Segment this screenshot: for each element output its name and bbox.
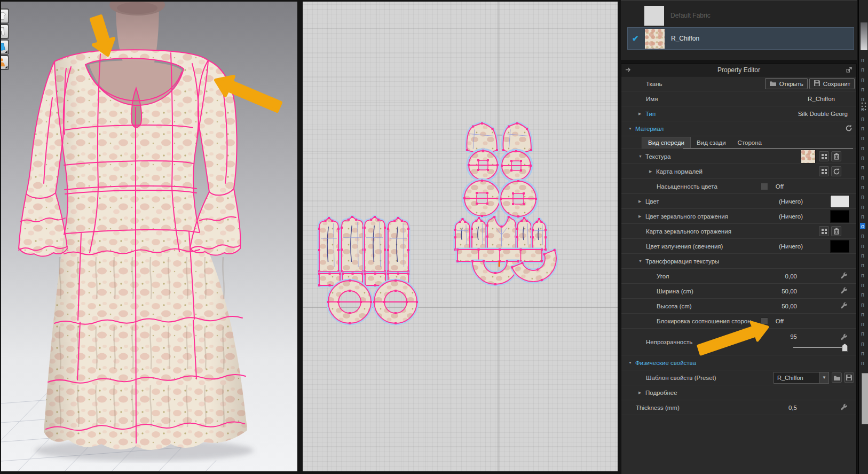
toolbar-button-tshirt-white-icon[interactable] <box>1 9 9 23</box>
collapse-arrow-icon[interactable]: ▼ <box>638 259 645 263</box>
open-button[interactable]: Открыть <box>765 78 808 89</box>
prop-value[interactable]: 50,00 <box>782 288 797 294</box>
toolbar-button-garment-white-icon[interactable] <box>1 25 9 38</box>
tab-side[interactable]: Сторона <box>732 137 768 148</box>
collapse-arrow-icon[interactable]: ▼ <box>628 361 635 364</box>
wrench-icon[interactable] <box>840 272 848 282</box>
fabric-item-default-fabric[interactable]: Default Fabric <box>627 5 854 26</box>
prop-row-type[interactable]: ▶ТипSilk Double Georg <box>621 106 856 121</box>
checkbox[interactable] <box>761 317 768 325</box>
prop-row-preset[interactable]: Шаблон свойств (Preset)R_Chiffon▼ <box>621 370 856 385</box>
trash-icon[interactable] <box>831 151 841 161</box>
prop-row-fabric[interactable]: ТканьОткрытьСохранит <box>621 76 856 91</box>
pattern-piece-band[interactable] <box>456 248 543 262</box>
checkbox[interactable] <box>761 183 768 190</box>
prop-row-texture[interactable]: ▼Текстура <box>621 149 856 164</box>
pattern-piece-bodiceTall[interactable] <box>387 217 409 273</box>
refresh-icon[interactable] <box>831 166 841 176</box>
pattern-piece-bodiceTall[interactable] <box>341 216 364 273</box>
slider-handle[interactable] <box>842 344 848 352</box>
pattern-piece-bodiceWide[interactable] <box>486 216 517 251</box>
prop-row-specular-map[interactable]: Карта зеркального отражения <box>621 224 856 239</box>
prop-row-height[interactable]: Высота (cm)50,00 <box>621 299 856 314</box>
save-button[interactable]: Сохранит <box>809 78 855 89</box>
prop-row-view-tabs[interactable]: Вид спередиВид сзадиСторона <box>621 136 856 149</box>
folder-icon[interactable] <box>832 372 842 383</box>
clipped-side-window[interactable]: пппппппппппппппппопппппппппппппп <box>858 0 868 474</box>
prop-row-saturation[interactable]: Насыщенность цветаOff <box>621 179 856 194</box>
pattern-piece-bodice[interactable] <box>471 217 487 251</box>
prop-value[interactable]: 0,00 <box>785 273 797 279</box>
color-swatch[interactable] <box>830 210 849 223</box>
prop-row-physical[interactable]: ▼Физические свойства <box>621 355 856 370</box>
pattern-piece-circle[interactable] <box>500 180 537 217</box>
expand-arrow-icon[interactable]: ▶ <box>638 214 645 219</box>
prop-row-color[interactable]: ▶Цвет(Ничего) <box>621 194 856 209</box>
pattern-pieces-layer[interactable] <box>318 122 565 324</box>
tab-front[interactable]: Вид спереди <box>642 137 691 149</box>
tex-thumbnail[interactable] <box>801 150 816 164</box>
pattern-piece-bodiceTall[interactable] <box>318 217 340 273</box>
prop-row-specular-color[interactable]: ▶Цвет зеркального отражения(Ничего) <box>621 209 856 224</box>
wrench-icon[interactable] <box>840 302 848 312</box>
opacity-value[interactable]: 95 <box>790 333 797 340</box>
pattern-piece-circle[interactable] <box>468 150 499 181</box>
color-swatch[interactable] <box>830 240 849 253</box>
prop-value[interactable]: 50,00 <box>782 303 797 309</box>
chevron-down-icon[interactable]: ▼ <box>819 372 828 383</box>
prop-label: Имя <box>646 96 658 102</box>
clipped-list-item: п <box>861 86 864 92</box>
toolbar-button-avatar-orange-icon[interactable] <box>1 56 9 69</box>
clipped-list-item: п <box>861 330 864 337</box>
pattern-piece-circle[interactable] <box>501 150 532 181</box>
color-swatch[interactable] <box>830 195 849 208</box>
prop-row-name[interactable]: ИмяR_Chiffon <box>621 91 856 106</box>
pattern-piece-crescent[interactable] <box>471 260 519 285</box>
wrench-icon[interactable] <box>840 333 848 343</box>
wrench-icon[interactable] <box>840 287 848 297</box>
2d-pattern-viewport[interactable] <box>303 2 618 471</box>
expand-arrow-icon[interactable]: ▶ <box>638 199 645 204</box>
grid-icon[interactable] <box>819 166 829 176</box>
pattern-piece-circle[interactable] <box>463 180 501 217</box>
pattern-piece-bodice[interactable] <box>532 218 547 251</box>
collapse-arrow-icon[interactable]: ▼ <box>628 127 635 130</box>
grid-icon[interactable] <box>819 151 829 161</box>
trash-icon[interactable] <box>831 226 841 236</box>
prop-row-details[interactable]: ▶Подробнее <box>621 385 856 400</box>
tab-back[interactable]: Вид сзади <box>691 137 732 148</box>
pattern-piece-bodice[interactable] <box>454 218 471 251</box>
toolbar-button-garment-blue-icon[interactable] <box>1 40 9 54</box>
prop-row-width[interactable]: Ширина (cm)50,00 <box>621 284 856 299</box>
pattern-piece-bodiceTall[interactable] <box>364 216 386 273</box>
clipped-thumbnail <box>861 22 867 50</box>
expand-arrow-icon[interactable]: ▶ <box>638 391 645 395</box>
prop-row-thickness[interactable]: Thickness (mm)0,5 <box>621 400 856 415</box>
prop-row-opacity[interactable]: Непрозрачность95 <box>621 329 856 355</box>
dress-3d[interactable] <box>19 50 247 450</box>
refresh-icon[interactable] <box>845 125 853 133</box>
save-icon[interactable] <box>844 372 854 383</box>
opacity-slider[interactable] <box>793 347 847 348</box>
fabric-item-r-chiffon[interactable]: ✔R_Chiffon <box>627 27 854 50</box>
prop-row-material[interactable]: ▼Материал <box>621 121 856 136</box>
prop-row-lock-aspect[interactable]: Блокировка соотношения сторонOff <box>621 314 856 329</box>
prop-row-emission-color[interactable]: Цвет излучения (свечения)(Ничего) <box>621 239 856 254</box>
pattern-piece-bodice[interactable] <box>516 217 532 251</box>
pattern-piece-donut[interactable] <box>373 279 418 324</box>
prop-value[interactable]: 0,5 <box>788 405 797 411</box>
preset-dropdown[interactable]: R_Chiffon▼ <box>774 372 829 384</box>
expand-arrow-icon[interactable]: ▶ <box>649 169 656 174</box>
dock-arrow-icon[interactable] <box>625 67 632 74</box>
grid-icon[interactable] <box>819 226 829 236</box>
pattern-piece-donut[interactable] <box>327 279 372 324</box>
popout-icon[interactable] <box>846 66 853 75</box>
prop-row-texture-transform[interactable]: ▼Трансформация текстуры <box>621 254 856 269</box>
prop-row-angle[interactable]: Угол0,00 <box>621 269 856 284</box>
prop-row-normal-map[interactable]: ▶Карта нормалей <box>621 164 856 179</box>
clipped-scrollbar[interactable] <box>862 373 868 424</box>
expand-arrow-icon[interactable]: ▶ <box>638 112 645 116</box>
collapse-arrow-icon[interactable]: ▼ <box>638 154 645 158</box>
3d-garment-viewport[interactable] <box>1 2 297 471</box>
wrench-icon[interactable] <box>840 403 848 413</box>
